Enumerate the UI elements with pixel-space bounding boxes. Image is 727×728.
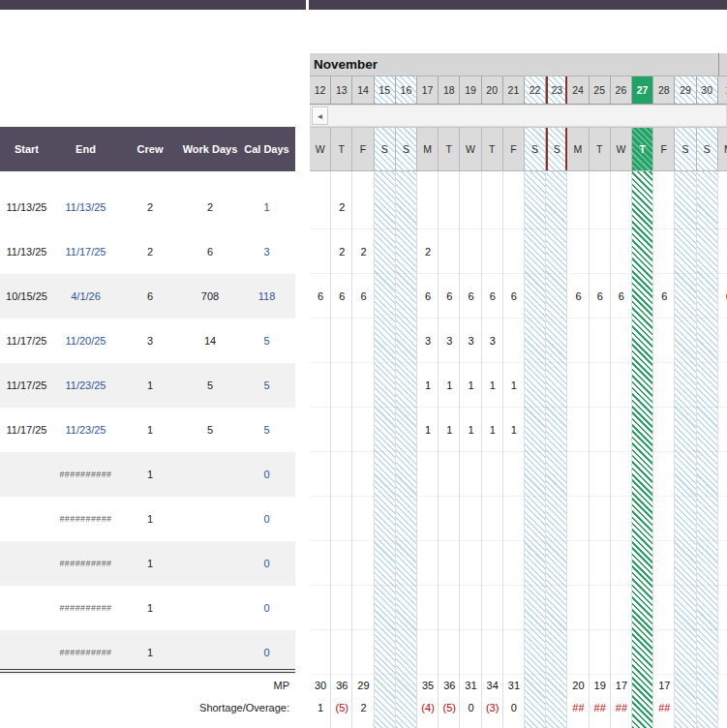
cell-work[interactable] <box>182 586 238 630</box>
cell-start[interactable]: 10/15/25 <box>0 274 53 318</box>
cell-cal[interactable]: 118 <box>238 274 295 318</box>
day-header-24[interactable]: 24 <box>567 76 589 104</box>
day-header-23[interactable]: 23 <box>546 76 567 104</box>
cell-work[interactable]: 6 <box>182 229 238 274</box>
crew-count-cell[interactable]: 6 <box>611 274 632 318</box>
day-header-30[interactable]: 30 <box>697 76 718 104</box>
cell-end[interactable]: 11/20/25 <box>53 318 118 363</box>
cell-work[interactable]: 5 <box>182 363 238 408</box>
crew-count-cell[interactable]: 2 <box>352 229 374 274</box>
cell-crew[interactable]: 1 <box>118 452 182 497</box>
cell-work[interactable]: 708 <box>182 274 238 318</box>
cell-work[interactable] <box>182 541 238 586</box>
cell-cal[interactable]: 3 <box>238 229 295 274</box>
horizontal-scrollbar[interactable]: ◄ <box>310 105 727 127</box>
table-row[interactable]: ##########10 <box>0 497 295 541</box>
table-row[interactable]: 10/15/254/1/266708118 <box>0 274 295 318</box>
cell-crew[interactable]: 1 <box>118 497 182 541</box>
crew-count-cell[interactable]: 6 <box>352 274 374 318</box>
cell-end[interactable]: ########## <box>53 541 118 586</box>
crew-count-cell[interactable]: 1 <box>503 408 525 452</box>
table-row[interactable]: ##########10 <box>0 452 295 497</box>
crew-count-cell[interactable]: 3 <box>439 318 460 363</box>
crew-count-cell[interactable]: 6 <box>331 274 352 318</box>
crew-count-cell[interactable]: 1 <box>460 363 481 408</box>
cell-start[interactable] <box>0 541 53 586</box>
crew-count-cell[interactable]: 3 <box>417 318 439 363</box>
cell-start[interactable]: 11/13/25 <box>0 229 53 274</box>
crew-count-cell[interactable]: 6 <box>439 274 460 318</box>
day-header-22[interactable]: 22 <box>525 76 546 104</box>
crew-count-cell[interactable]: 1 <box>482 363 503 408</box>
crew-count-cell[interactable]: 2 <box>417 229 439 274</box>
cell-crew[interactable]: 1 <box>118 363 182 408</box>
cell-cal[interactable]: 0 <box>238 497 295 541</box>
crew-count-cell[interactable]: 2 <box>331 229 352 274</box>
day-header-12[interactable]: 12 <box>310 76 331 104</box>
cell-end[interactable]: ########## <box>53 452 118 497</box>
day-header-20[interactable]: 20 <box>482 76 503 104</box>
crew-count-cell[interactable]: 1 <box>417 363 439 408</box>
cell-start[interactable] <box>0 497 53 541</box>
cell-start[interactable]: 11/17/25 <box>0 363 53 408</box>
cell-start[interactable]: 11/17/25 <box>0 318 53 363</box>
cell-cal[interactable]: 0 <box>238 452 295 497</box>
cell-end[interactable]: 11/23/25 <box>53 408 118 452</box>
table-row[interactable]: ##########10 <box>0 586 295 630</box>
cell-end[interactable]: ########## <box>53 586 118 630</box>
crew-count-cell[interactable]: 1 <box>439 408 460 452</box>
cell-crew[interactable]: 2 <box>118 185 182 229</box>
day-header-14[interactable]: 14 <box>352 76 374 104</box>
cell-work[interactable]: 5 <box>182 408 238 452</box>
crew-count-cell[interactable]: 3 <box>482 318 503 363</box>
cell-start[interactable]: 11/17/25 <box>0 408 53 452</box>
day-header-28[interactable]: 28 <box>653 76 675 104</box>
day-header-18[interactable]: 18 <box>439 76 460 104</box>
crew-count-cell[interactable]: 6 <box>718 274 727 318</box>
crew-count-cell[interactable]: 6 <box>567 274 589 318</box>
day-header-17[interactable]: 17 <box>417 76 439 104</box>
cell-work[interactable]: 2 <box>182 185 238 229</box>
day-header-16[interactable]: 16 <box>396 76 417 104</box>
cell-end[interactable]: 4/1/26 <box>53 274 118 318</box>
crew-count-cell[interactable]: 6 <box>460 274 481 318</box>
cell-work[interactable] <box>182 452 238 497</box>
cell-crew[interactable]: 6 <box>118 274 182 318</box>
table-row[interactable]: 11/13/2511/17/25263 <box>0 229 295 274</box>
day-header-1[interactable]: 1 <box>718 76 727 104</box>
table-row[interactable]: 11/13/2511/13/25221 <box>0 185 295 229</box>
cell-end[interactable]: ########## <box>53 497 118 541</box>
crew-count-cell[interactable]: 6 <box>653 274 675 318</box>
day-header-27[interactable]: 27 <box>632 76 653 104</box>
crew-count-cell[interactable]: 6 <box>417 274 439 318</box>
cell-end[interactable]: 11/13/25 <box>53 185 118 229</box>
table-row[interactable]: 11/17/2511/20/253145 <box>0 318 295 363</box>
cell-crew[interactable]: 2 <box>118 229 182 274</box>
cell-start[interactable]: 11/13/25 <box>0 185 53 229</box>
cell-start[interactable] <box>0 586 53 630</box>
crew-count-cell[interactable]: 6 <box>482 274 503 318</box>
day-header-26[interactable]: 26 <box>611 76 632 104</box>
crew-count-cell[interactable]: 1 <box>439 363 460 408</box>
cell-crew[interactable]: 3 <box>118 318 182 363</box>
table-row[interactable]: 11/17/2511/23/25155 <box>0 363 295 408</box>
cell-end[interactable]: 11/17/25 <box>53 229 118 274</box>
cell-start[interactable] <box>0 452 53 497</box>
scroll-left-button[interactable]: ◄ <box>312 106 328 125</box>
day-header-19[interactable]: 19 <box>460 76 481 104</box>
cell-cal[interactable]: 5 <box>238 363 295 408</box>
cell-cal[interactable]: 1 <box>238 185 295 229</box>
cell-crew[interactable]: 1 <box>118 408 182 452</box>
crew-count-cell[interactable]: 1 <box>417 408 439 452</box>
day-header-15[interactable]: 15 <box>375 76 396 104</box>
crew-count-cell[interactable]: 6 <box>503 274 525 318</box>
crew-count-cell[interactable]: 6 <box>590 274 611 318</box>
day-header-25[interactable]: 25 <box>590 76 611 104</box>
day-header-29[interactable]: 29 <box>675 76 696 104</box>
cell-work[interactable] <box>182 497 238 541</box>
crew-count-cell[interactable]: 3 <box>460 318 481 363</box>
crew-count-cell[interactable]: 1 <box>482 408 503 452</box>
cell-work[interactable]: 14 <box>182 318 238 363</box>
table-row[interactable]: ##########10 <box>0 541 295 586</box>
cell-crew[interactable]: 1 <box>118 586 182 630</box>
